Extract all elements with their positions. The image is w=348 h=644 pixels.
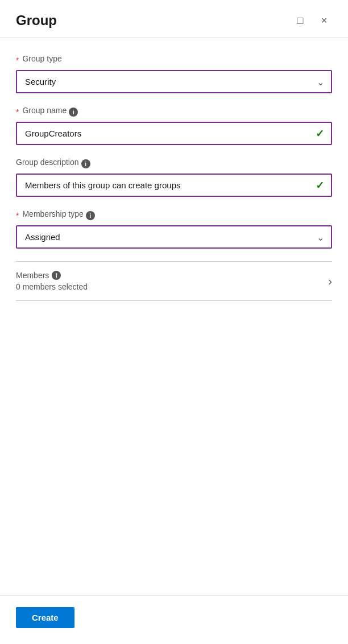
form-body: * Group type Security Microsoft 365 ⌄ * … [0, 38, 348, 595]
group-panel: Group □ × * Group type Security Microsof… [0, 0, 348, 644]
group-type-select[interactable]: Security Microsoft 365 [16, 70, 332, 93]
group-name-label: Group name [22, 106, 67, 115]
panel-title: Group [16, 13, 57, 28]
membership-type-group: * Membership type i Assigned Dynamic Use… [16, 209, 332, 249]
group-description-label: Group description [16, 158, 79, 167]
group-type-select-wrapper: Security Microsoft 365 ⌄ [16, 70, 332, 93]
group-name-group: * Group name i ✓ [16, 106, 332, 145]
panel-header: Group □ × [0, 0, 348, 38]
panel-footer: Create [0, 595, 348, 644]
group-name-check-icon: ✓ [316, 127, 324, 140]
group-description-input[interactable] [16, 174, 332, 197]
group-name-label-row: * Group name i [16, 106, 332, 118]
members-label: Members [16, 271, 49, 280]
members-section[interactable]: Members i 0 members selected › [16, 261, 332, 301]
group-type-group: * Group type Security Microsoft 365 ⌄ [16, 54, 332, 93]
create-button[interactable]: Create [16, 607, 74, 628]
membership-type-select-wrapper: Assigned Dynamic User Dynamic Device ⌄ [16, 225, 332, 249]
membership-type-label: Membership type [22, 209, 83, 218]
header-controls: □ × [292, 13, 332, 28]
members-label-row: Members i [16, 271, 88, 280]
membership-type-label-row: * Membership type i [16, 209, 332, 222]
group-description-info-icon[interactable]: i [81, 159, 90, 168]
membership-type-required-star: * [16, 211, 19, 220]
group-name-input[interactable] [16, 122, 332, 145]
members-chevron-right-icon: › [328, 275, 332, 288]
group-description-group: Group description i ✓ [16, 158, 332, 197]
group-description-input-wrapper: ✓ [16, 174, 332, 197]
close-button[interactable]: × [316, 13, 332, 28]
group-name-required-star: * [16, 108, 19, 117]
membership-type-info-icon[interactable]: i [86, 211, 95, 220]
group-type-label-row: * Group type [16, 54, 332, 67]
members-left: Members i 0 members selected [16, 271, 88, 291]
group-name-input-wrapper: ✓ [16, 122, 332, 145]
group-description-label-row: Group description i [16, 158, 332, 170]
members-info-icon[interactable]: i [52, 271, 61, 280]
group-description-check-icon: ✓ [316, 179, 324, 192]
membership-type-select[interactable]: Assigned Dynamic User Dynamic Device [16, 225, 332, 249]
group-type-label: Group type [22, 54, 61, 63]
minimize-button[interactable]: □ [292, 13, 308, 28]
group-type-required-star: * [16, 56, 19, 65]
members-count: 0 members selected [16, 282, 88, 291]
group-name-info-icon[interactable]: i [69, 108, 78, 117]
